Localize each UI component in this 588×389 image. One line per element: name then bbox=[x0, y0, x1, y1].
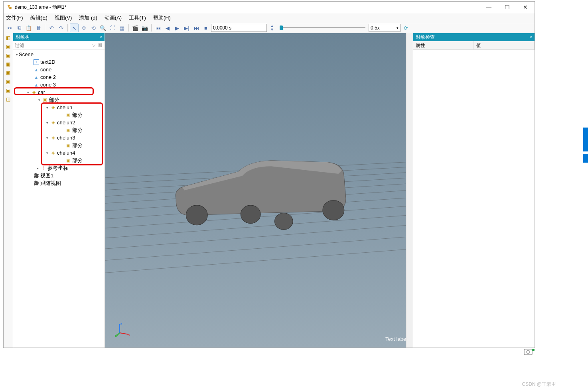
axis-gizmo: z x y bbox=[115, 322, 131, 338]
rail-box2-icon[interactable]: ▣ bbox=[4, 51, 12, 59]
menu-edit[interactable]: 编辑(E) bbox=[30, 14, 47, 22]
rail-box6-icon[interactable]: ▣ bbox=[4, 86, 12, 94]
car-body bbox=[176, 161, 346, 230]
tree-scene: Scene bbox=[19, 51, 34, 57]
titlebar: demo_133.ame - 动画1* — ☐ ✕ bbox=[4, 2, 535, 13]
svg-point-17 bbox=[274, 213, 293, 230]
svg-point-14 bbox=[186, 205, 207, 225]
tree-ref: 参考坐标 bbox=[47, 165, 68, 172]
time-field[interactable]: 0.0000 s bbox=[211, 24, 267, 32]
pan-icon[interactable]: ✥ bbox=[79, 24, 88, 32]
svg-rect-24 bbox=[524, 349, 532, 355]
menu-anim[interactable]: 动画(A) bbox=[105, 14, 122, 22]
play-icon[interactable]: ▶ bbox=[173, 24, 182, 32]
inspector-columns: 属性 值 bbox=[413, 41, 535, 50]
svg-text:x: x bbox=[128, 333, 130, 337]
paste-icon[interactable]: 📋 bbox=[24, 24, 33, 32]
app-icon bbox=[6, 4, 12, 10]
delete-icon[interactable]: 🗑 bbox=[34, 24, 43, 32]
tree-chelun3: chelun3 bbox=[57, 135, 75, 141]
tree-chelun2-bufen: 部分 bbox=[72, 127, 83, 134]
speed-field[interactable]: 0.5x▾ bbox=[369, 24, 401, 32]
rail-box4-icon[interactable]: ▣ bbox=[4, 69, 12, 77]
rail-box7-icon[interactable]: ◫ bbox=[4, 95, 12, 103]
tree-chelun: chelun bbox=[57, 104, 72, 110]
col-value[interactable]: 值 bbox=[474, 41, 535, 49]
svg-point-1 bbox=[9, 7, 12, 9]
viewport[interactable]: z x y Text label bbox=[105, 33, 413, 348]
svg-line-13 bbox=[105, 248, 413, 273]
time-slider[interactable] bbox=[280, 25, 365, 31]
svg-point-15 bbox=[241, 205, 260, 224]
tree-cone3: cone 3 bbox=[40, 82, 56, 88]
toolbar: ✂ ⧉ 📋 🗑 ↶ ↷ ↖ ✥ ⟲ 🔍 ⛶ ▦ 🎬 📷 ⏮ ◀ ▶ ▶| ⏭ ■… bbox=[4, 23, 535, 33]
svg-point-26 bbox=[532, 349, 535, 351]
view-icon[interactable]: ▦ bbox=[118, 24, 126, 32]
left-rail: ◧ ▣ ▣ ▣ ▣ ▣ ▣ ◫ bbox=[4, 33, 13, 348]
filter-funnel-icon[interactable]: ▽ bbox=[91, 43, 97, 48]
copy-icon[interactable]: ⧉ bbox=[15, 24, 24, 32]
filter-input[interactable] bbox=[15, 43, 90, 48]
maximize-button[interactable]: ☐ bbox=[498, 2, 516, 13]
record-icon[interactable]: 🎬 bbox=[131, 24, 140, 32]
tree-text2d: text2D bbox=[40, 59, 55, 65]
right-edge-tab[interactable] bbox=[583, 128, 588, 151]
minimize-button[interactable]: — bbox=[479, 2, 498, 13]
viewport-scrollbar[interactable] bbox=[406, 33, 413, 348]
pointer-icon[interactable]: ↖ bbox=[70, 24, 79, 32]
stop-icon[interactable]: ■ bbox=[201, 24, 210, 32]
col-attribute[interactable]: 属性 bbox=[413, 41, 474, 49]
tree-header: 对象树× bbox=[13, 33, 105, 41]
rail-box5-icon[interactable]: ▣ bbox=[4, 78, 12, 86]
menu-file[interactable]: 文件(F) bbox=[6, 14, 23, 22]
tree-cone: cone bbox=[40, 67, 51, 73]
skip-back-icon[interactable]: ⏮ bbox=[154, 24, 162, 32]
app-window: demo_133.ame - 动画1* — ☐ ✕ 文件(F) 编辑(E) 视图… bbox=[3, 1, 535, 348]
filter-row: ▽ ☒ bbox=[13, 41, 105, 50]
tray-camera-icon[interactable] bbox=[523, 347, 535, 356]
close-button[interactable]: ✕ bbox=[516, 2, 535, 13]
scene-3d bbox=[105, 33, 413, 348]
menu-add[interactable]: 添加 (d) bbox=[79, 14, 97, 22]
step-fwd-icon[interactable]: ▶| bbox=[182, 24, 191, 32]
object-tree[interactable]: ▾Scene Ttext2D ▲cone ▲cone 2 ▲cone 3 ▾◈c… bbox=[13, 50, 105, 348]
camera2-icon[interactable]: 📷 bbox=[140, 24, 149, 32]
tree-chelun4: chelun4 bbox=[57, 150, 75, 156]
svg-point-16 bbox=[323, 200, 344, 220]
inspector-close-icon[interactable]: × bbox=[530, 35, 532, 39]
tree-chelun2: chelun2 bbox=[57, 120, 75, 126]
rail-box3-icon[interactable]: ▣ bbox=[4, 60, 12, 68]
menu-view[interactable]: 视图(V) bbox=[55, 14, 72, 22]
time-stepper-icon[interactable]: ▲▼ bbox=[268, 24, 276, 32]
tree-view1: 视图1 bbox=[40, 172, 53, 179]
tree-panel: 对象树× ▽ ☒ ▾Scene Ttext2D ▲cone ▲cone 2 ▲c… bbox=[13, 33, 105, 348]
inspector-panel: 对象检查× 属性 值 bbox=[413, 33, 535, 348]
rail-cube-icon[interactable]: ◧ bbox=[4, 34, 12, 42]
tree-chelun-bufen: 部分 bbox=[72, 112, 83, 119]
right-edge-tab-2[interactable] bbox=[583, 154, 588, 163]
tree-close-icon[interactable]: × bbox=[100, 35, 102, 39]
tree-chelun3-bufen: 部分 bbox=[72, 142, 83, 149]
rail-box1-icon[interactable]: ▣ bbox=[4, 43, 12, 51]
zoom-icon[interactable]: 🔍 bbox=[99, 24, 107, 32]
filter-clear-icon[interactable]: ☒ bbox=[97, 43, 103, 48]
svg-point-25 bbox=[527, 350, 530, 354]
fit-icon[interactable]: ⛶ bbox=[108, 24, 117, 32]
svg-text:z: z bbox=[120, 322, 122, 326]
undo-icon[interactable]: ↶ bbox=[47, 24, 56, 32]
svg-line-11 bbox=[105, 224, 413, 249]
window-title: demo_133.ame - 动画1* bbox=[15, 4, 479, 11]
window-controls: — ☐ ✕ bbox=[479, 2, 535, 13]
loop-icon[interactable]: ⟳ bbox=[401, 24, 410, 32]
rotate-icon[interactable]: ⟲ bbox=[89, 24, 98, 32]
menu-help[interactable]: 帮助(H) bbox=[153, 14, 171, 22]
cut-icon[interactable]: ✂ bbox=[5, 24, 14, 32]
tree-follow: 跟随视图 bbox=[40, 180, 61, 187]
watermark: CSDN @王豪主 bbox=[522, 381, 556, 388]
menubar: 文件(F) 编辑(E) 视图(V) 添加 (d) 动画(A) 工具(T) 帮助(… bbox=[4, 13, 535, 23]
redo-icon[interactable]: ↷ bbox=[57, 24, 65, 32]
svg-line-20 bbox=[120, 333, 128, 334]
menu-tool[interactable]: 工具(T) bbox=[129, 14, 146, 22]
step-back-icon[interactable]: ◀ bbox=[163, 24, 172, 32]
skip-fwd-icon[interactable]: ⏭ bbox=[192, 24, 201, 32]
